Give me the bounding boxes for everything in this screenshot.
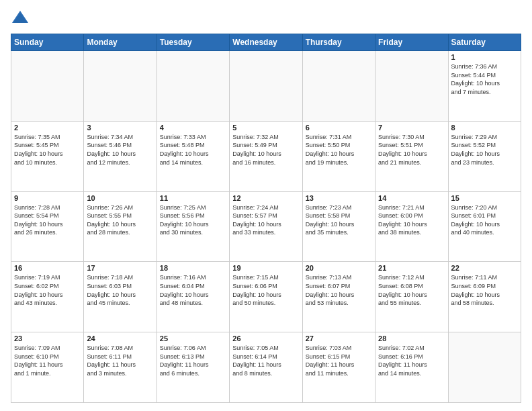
day-info: Sunrise: 7:06 AM Sunset: 6:13 PM Dayligh… xyxy=(160,344,226,377)
day-number: 13 xyxy=(306,194,372,202)
logo-icon xyxy=(11,8,30,27)
day-info: Sunrise: 7:19 AM Sunset: 6:02 PM Dayligh… xyxy=(14,273,81,307)
weekday-header: Thursday xyxy=(302,34,375,51)
day-info: Sunrise: 7:18 AM Sunset: 6:03 PM Dayligh… xyxy=(87,273,153,307)
day-info: Sunrise: 7:33 AM Sunset: 5:48 PM Dayligh… xyxy=(160,133,226,167)
calendar-cell: 25Sunrise: 7:06 AM Sunset: 6:13 PM Dayli… xyxy=(157,332,229,403)
calendar-cell xyxy=(375,51,448,122)
calendar-cell: 9Sunrise: 7:28 AM Sunset: 5:54 PM Daylig… xyxy=(11,191,84,262)
day-info: Sunrise: 7:08 AM Sunset: 6:11 PM Dayligh… xyxy=(87,344,153,377)
calendar-cell: 8Sunrise: 7:29 AM Sunset: 5:52 PM Daylig… xyxy=(448,121,521,191)
day-number: 12 xyxy=(232,194,299,202)
day-info: Sunrise: 7:12 AM Sunset: 6:08 PM Dayligh… xyxy=(378,273,445,307)
week-row: 9Sunrise: 7:28 AM Sunset: 5:54 PM Daylig… xyxy=(11,191,521,262)
day-info: Sunrise: 7:11 AM Sunset: 6:09 PM Dayligh… xyxy=(451,273,518,307)
calendar-cell: 22Sunrise: 7:11 AM Sunset: 6:09 PM Dayli… xyxy=(448,262,521,332)
calendar-cell: 3Sunrise: 7:34 AM Sunset: 5:46 PM Daylig… xyxy=(84,121,157,191)
calendar-cell: 2Sunrise: 7:35 AM Sunset: 5:45 PM Daylig… xyxy=(11,121,84,191)
calendar: SundayMondayTuesdayWednesdayThursdayFrid… xyxy=(11,34,521,403)
day-info: Sunrise: 7:23 AM Sunset: 5:58 PM Dayligh… xyxy=(306,203,372,237)
calendar-cell: 21Sunrise: 7:12 AM Sunset: 6:08 PM Dayli… xyxy=(375,262,448,332)
calendar-cell: 12Sunrise: 7:24 AM Sunset: 5:57 PM Dayli… xyxy=(230,191,302,262)
day-number: 15 xyxy=(451,194,518,202)
day-number: 6 xyxy=(306,124,372,132)
calendar-cell: 15Sunrise: 7:20 AM Sunset: 6:01 PM Dayli… xyxy=(448,191,521,262)
day-info: Sunrise: 7:02 AM Sunset: 6:16 PM Dayligh… xyxy=(378,344,445,377)
day-number: 14 xyxy=(378,194,445,202)
day-info: Sunrise: 7:34 AM Sunset: 5:46 PM Dayligh… xyxy=(87,133,153,167)
day-info: Sunrise: 7:09 AM Sunset: 6:10 PM Dayligh… xyxy=(14,344,81,377)
day-number: 20 xyxy=(306,264,372,272)
weekday-header: Sunday xyxy=(11,34,84,51)
calendar-cell: 28Sunrise: 7:02 AM Sunset: 6:16 PM Dayli… xyxy=(375,332,448,403)
week-row: 2Sunrise: 7:35 AM Sunset: 5:45 PM Daylig… xyxy=(11,121,521,191)
day-info: Sunrise: 7:36 AM Sunset: 5:44 PM Dayligh… xyxy=(451,62,518,96)
day-number: 28 xyxy=(378,334,445,342)
day-number: 7 xyxy=(378,124,445,132)
day-info: Sunrise: 7:28 AM Sunset: 5:54 PM Dayligh… xyxy=(14,203,81,237)
week-row: 16Sunrise: 7:19 AM Sunset: 6:02 PM Dayli… xyxy=(11,262,521,332)
week-row: 1Sunrise: 7:36 AM Sunset: 5:44 PM Daylig… xyxy=(11,51,521,122)
weekday-header: Friday xyxy=(375,34,448,51)
day-number: 25 xyxy=(160,334,226,342)
calendar-cell xyxy=(157,51,229,122)
calendar-cell xyxy=(302,51,375,122)
day-info: Sunrise: 7:13 AM Sunset: 6:07 PM Dayligh… xyxy=(306,273,372,307)
header xyxy=(11,8,521,27)
day-info: Sunrise: 7:05 AM Sunset: 6:14 PM Dayligh… xyxy=(232,344,299,377)
calendar-cell: 26Sunrise: 7:05 AM Sunset: 6:14 PM Dayli… xyxy=(230,332,302,403)
calendar-cell: 4Sunrise: 7:33 AM Sunset: 5:48 PM Daylig… xyxy=(157,121,229,191)
weekday-header: Monday xyxy=(84,34,157,51)
logo xyxy=(11,8,32,27)
calendar-header: SundayMondayTuesdayWednesdayThursdayFrid… xyxy=(11,34,521,51)
day-number: 1 xyxy=(451,53,518,61)
day-info: Sunrise: 7:24 AM Sunset: 5:57 PM Dayligh… xyxy=(232,203,299,237)
day-number: 17 xyxy=(87,264,153,272)
day-number: 21 xyxy=(378,264,445,272)
calendar-cell: 5Sunrise: 7:32 AM Sunset: 5:49 PM Daylig… xyxy=(230,121,302,191)
day-info: Sunrise: 7:29 AM Sunset: 5:52 PM Dayligh… xyxy=(451,133,518,167)
day-number: 3 xyxy=(87,124,153,132)
weekday-header: Tuesday xyxy=(157,34,229,51)
calendar-cell xyxy=(11,51,84,122)
day-number: 9 xyxy=(14,194,81,202)
day-number: 24 xyxy=(87,334,153,342)
week-row: 23Sunrise: 7:09 AM Sunset: 6:10 PM Dayli… xyxy=(11,332,521,403)
calendar-cell: 1Sunrise: 7:36 AM Sunset: 5:44 PM Daylig… xyxy=(448,51,521,122)
calendar-body: 1Sunrise: 7:36 AM Sunset: 5:44 PM Daylig… xyxy=(11,51,521,403)
day-number: 19 xyxy=(232,264,299,272)
calendar-cell xyxy=(448,332,521,403)
calendar-cell: 19Sunrise: 7:15 AM Sunset: 6:06 PM Dayli… xyxy=(230,262,302,332)
day-number: 11 xyxy=(160,194,226,202)
day-info: Sunrise: 7:32 AM Sunset: 5:49 PM Dayligh… xyxy=(232,133,299,167)
calendar-cell: 18Sunrise: 7:16 AM Sunset: 6:04 PM Dayli… xyxy=(157,262,229,332)
calendar-cell: 16Sunrise: 7:19 AM Sunset: 6:02 PM Dayli… xyxy=(11,262,84,332)
calendar-cell: 24Sunrise: 7:08 AM Sunset: 6:11 PM Dayli… xyxy=(84,332,157,403)
day-info: Sunrise: 7:03 AM Sunset: 6:15 PM Dayligh… xyxy=(306,344,372,377)
page: SundayMondayTuesdayWednesdayThursdayFrid… xyxy=(0,0,532,411)
calendar-cell: 6Sunrise: 7:31 AM Sunset: 5:50 PM Daylig… xyxy=(302,121,375,191)
day-number: 26 xyxy=(232,334,299,342)
calendar-cell: 27Sunrise: 7:03 AM Sunset: 6:15 PM Dayli… xyxy=(302,332,375,403)
calendar-cell: 23Sunrise: 7:09 AM Sunset: 6:10 PM Dayli… xyxy=(11,332,84,403)
day-number: 5 xyxy=(232,124,299,132)
day-info: Sunrise: 7:15 AM Sunset: 6:06 PM Dayligh… xyxy=(232,273,299,307)
day-number: 10 xyxy=(87,194,153,202)
day-number: 4 xyxy=(160,124,226,132)
day-number: 16 xyxy=(14,264,81,272)
calendar-cell: 14Sunrise: 7:21 AM Sunset: 6:00 PM Dayli… xyxy=(375,191,448,262)
calendar-cell xyxy=(84,51,157,122)
day-number: 2 xyxy=(14,124,81,132)
day-info: Sunrise: 7:30 AM Sunset: 5:51 PM Dayligh… xyxy=(378,133,445,167)
day-info: Sunrise: 7:26 AM Sunset: 5:55 PM Dayligh… xyxy=(87,203,153,237)
day-number: 8 xyxy=(451,124,518,132)
calendar-cell: 10Sunrise: 7:26 AM Sunset: 5:55 PM Dayli… xyxy=(84,191,157,262)
day-info: Sunrise: 7:35 AM Sunset: 5:45 PM Dayligh… xyxy=(14,133,81,167)
day-info: Sunrise: 7:20 AM Sunset: 6:01 PM Dayligh… xyxy=(451,203,518,237)
day-info: Sunrise: 7:25 AM Sunset: 5:56 PM Dayligh… xyxy=(160,203,226,237)
day-number: 18 xyxy=(160,264,226,272)
day-number: 23 xyxy=(14,334,81,342)
calendar-cell: 20Sunrise: 7:13 AM Sunset: 6:07 PM Dayli… xyxy=(302,262,375,332)
day-info: Sunrise: 7:21 AM Sunset: 6:00 PM Dayligh… xyxy=(378,203,445,237)
calendar-cell: 11Sunrise: 7:25 AM Sunset: 5:56 PM Dayli… xyxy=(157,191,229,262)
